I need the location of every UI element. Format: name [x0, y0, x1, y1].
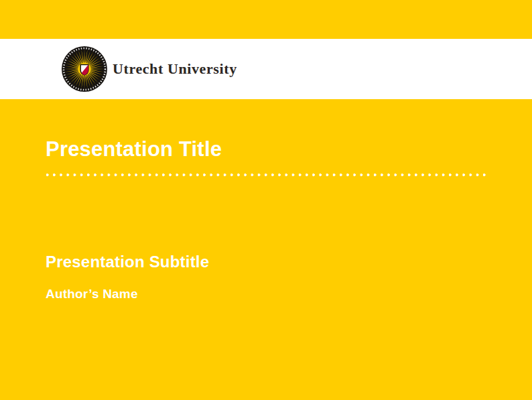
- uu-sun-emblem-icon: [62, 46, 107, 92]
- header-band: Utrecht University: [0, 39, 532, 99]
- utrecht-shield: [80, 65, 88, 76]
- university-wordmark: Utrecht University: [113, 39, 237, 99]
- title-slide: Utrecht University Presentation Title Pr…: [0, 0, 532, 400]
- presentation-title: Presentation Title: [46, 137, 222, 161]
- dotted-divider: [46, 172, 490, 178]
- author-name: Author’s Name: [46, 285, 138, 303]
- top-accent-bar: [0, 0, 532, 39]
- presentation-subtitle: Presentation Subtitle: [46, 252, 209, 272]
